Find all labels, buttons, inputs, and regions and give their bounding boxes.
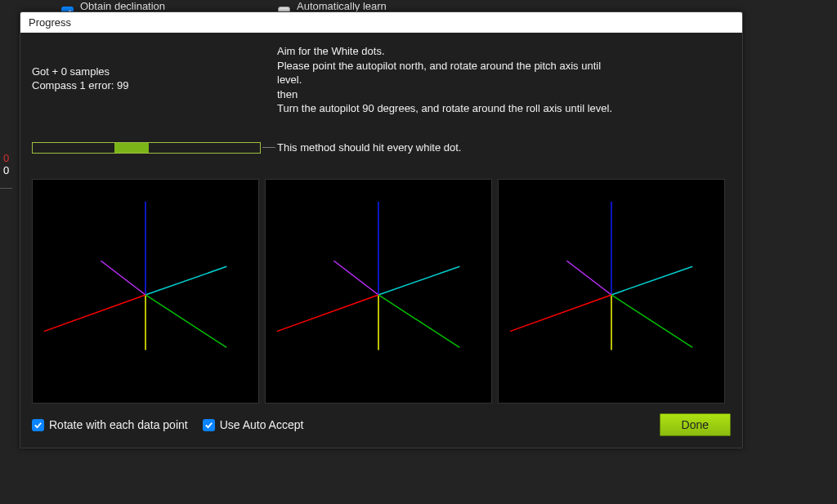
autoaccept-checkbox[interactable]	[203, 419, 215, 431]
dialog-title: Progress	[20, 12, 742, 33]
svg-line-10	[333, 261, 378, 296]
svg-line-15	[611, 295, 692, 348]
svg-line-9	[378, 295, 459, 348]
progress-bar	[32, 142, 261, 154]
svg-line-17	[510, 295, 611, 332]
svg-line-3	[145, 295, 226, 348]
svg-line-16	[566, 261, 611, 296]
progress-connector	[262, 147, 275, 148]
instructions-last: This method should hit every white dot.	[277, 140, 461, 155]
rotate-checkbox-row[interactable]: Rotate with each data point	[32, 418, 188, 431]
svg-line-8	[378, 267, 459, 296]
svg-line-5	[44, 295, 145, 332]
svg-line-11	[277, 295, 378, 332]
svg-line-4	[101, 261, 145, 296]
bg-divider	[0, 188, 12, 189]
done-button[interactable]: Done	[660, 413, 731, 436]
compass-panel-1	[32, 179, 259, 404]
compass-panel-3	[498, 179, 725, 404]
autoaccept-checkbox-row[interactable]: Use Auto Accept	[203, 418, 304, 431]
progress-fill	[114, 143, 149, 153]
instructions-text: Aim for the White dots. Please point the…	[277, 44, 620, 116]
bg-left-numbers: 0 0	[3, 152, 9, 176]
rotate-checkbox-label: Rotate with each data point	[49, 418, 188, 431]
svg-line-14	[611, 267, 692, 296]
autoaccept-checkbox-label: Use Auto Accept	[220, 418, 304, 431]
compass-panel-2	[265, 179, 492, 404]
status-text: Got + 0 samples Compass 1 error: 99	[32, 65, 261, 93]
progress-dialog: Progress Got + 0 samples Compass 1 error…	[20, 11, 743, 448]
svg-line-2	[145, 267, 226, 296]
rotate-checkbox[interactable]	[32, 419, 44, 431]
